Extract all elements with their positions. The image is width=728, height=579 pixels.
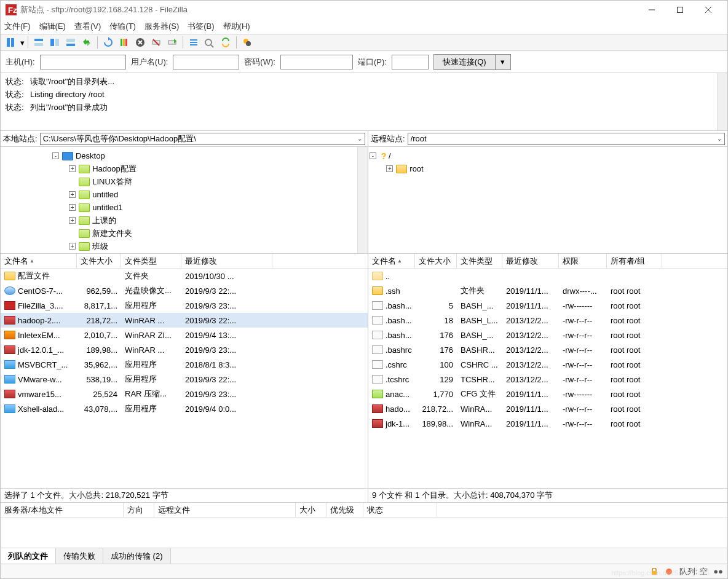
tree-node[interactable]: -Desktop — [2, 149, 366, 162]
list-row[interactable]: VMware-w... 538,19... 应用程序 2019/9/3 22:.… — [1, 372, 368, 387]
toggle-queue-icon[interactable] — [63, 35, 78, 50]
scrollbar[interactable] — [717, 73, 727, 130]
close-button[interactable] — [694, 1, 722, 19]
list-row[interactable]: FileZilla_3.... 8,817,1... 应用程序 2019/9/3… — [1, 298, 368, 313]
list-row[interactable]: hadoop-2.... 218,72... WinRAR ... 2019/9… — [1, 313, 368, 328]
user-input[interactable] — [173, 55, 239, 69]
list-row[interactable]: InletexEM... 2,010,7... WinRAR ZI... 201… — [1, 328, 368, 342]
chevron-down-icon[interactable]: ⌄ — [717, 135, 722, 142]
sync-icon[interactable] — [218, 35, 233, 50]
remote-tree[interactable]: -?/ +root — [368, 147, 727, 254]
filter-icon[interactable] — [186, 35, 201, 50]
list-row[interactable]: .cshrc 100 CSHRC ... 2013/12/2... -rw-r-… — [368, 357, 727, 372]
col-owner[interactable]: 所有者/组 — [607, 254, 662, 268]
list-row[interactable]: .bash... 18 BASH_L... 2013/12/2... -rw-r… — [368, 313, 727, 328]
list-row[interactable]: .. — [368, 269, 727, 283]
col-prio[interactable]: 优先级 — [326, 503, 363, 517]
col-size[interactable]: 文件大小 — [77, 254, 121, 268]
quickconnect-dropdown[interactable]: ▾ — [496, 55, 510, 69]
host-input[interactable] — [40, 55, 126, 69]
tree-node[interactable]: -?/ — [370, 149, 726, 162]
toggle-log-icon[interactable] — [31, 35, 46, 50]
reconnect-icon[interactable] — [165, 35, 180, 50]
sync-browse-icon[interactable] — [79, 35, 94, 50]
tree-toggle[interactable]: + — [386, 165, 393, 172]
col-status[interactable]: 状态 — [363, 503, 437, 517]
tree-toggle[interactable]: + — [69, 191, 76, 198]
tree-toggle[interactable]: - — [52, 152, 59, 159]
col-dir[interactable]: 方向 — [124, 503, 154, 517]
menu-bookmarks[interactable]: 书签(B) — [188, 21, 214, 32]
disconnect-icon[interactable] — [149, 35, 164, 50]
list-row[interactable]: jdk-12.0.1_... 189,98... WinRAR ... 2019… — [1, 342, 368, 357]
tree-toggle[interactable]: + — [69, 243, 76, 250]
col-filename[interactable]: 文件名▲ — [1, 254, 77, 268]
pass-input[interactable] — [280, 55, 353, 69]
list-row[interactable]: .tcshrc 129 TCSHR... 2013/12/2... -rw-r-… — [368, 372, 727, 387]
compare-icon[interactable] — [202, 35, 217, 50]
col-date[interactable]: 最近修改 — [502, 254, 559, 268]
sitemanager-icon[interactable] — [4, 35, 18, 50]
tab-failed[interactable]: 传输失败 — [56, 548, 103, 564]
tab-success[interactable]: 成功的传输 (2) — [103, 548, 171, 564]
minimize-button[interactable] — [638, 1, 666, 19]
tab-queued[interactable]: 列队的文件 — [1, 548, 56, 564]
list-row[interactable]: .ssh 文件夹 2019/11/1... drwx----... root r… — [368, 283, 727, 298]
local-list[interactable]: 文件名▲ 文件大小 文件类型 最近修改 配置文件 文件夹 2019/10/30 … — [1, 254, 368, 489]
tree-node[interactable]: 新建文件夹 — [2, 227, 366, 240]
list-row[interactable]: 配置文件 文件夹 2019/10/30 ... — [1, 269, 368, 283]
col-filename[interactable]: 文件名▲ — [368, 254, 415, 268]
menu-transfer[interactable]: 传输(T) — [109, 21, 136, 32]
list-row[interactable]: .bash... 176 BASH_... 2013/12/2... -rw-r… — [368, 328, 727, 342]
col-remote[interactable]: 远程文件 — [154, 503, 296, 517]
tree-toggle[interactable]: + — [69, 217, 76, 224]
search-icon[interactable] — [240, 35, 255, 50]
tree-node[interactable]: +Hadoop配置 — [2, 162, 366, 175]
tree-node[interactable]: +上课的 — [2, 214, 366, 227]
list-row[interactable]: anac... 1,770 CFG 文件 2019/11/1... -rw---… — [368, 387, 727, 401]
tree-toggle[interactable]: + — [69, 165, 76, 172]
toggle-tree-icon[interactable] — [47, 35, 62, 50]
chevron-down-icon[interactable]: ⌄ — [357, 135, 362, 142]
col-type[interactable]: 文件类型 — [121, 254, 181, 268]
list-row[interactable]: .bashrc 176 BASHR... 2013/12/2... -rw-r-… — [368, 342, 727, 357]
quickconnect-button[interactable]: 快速连接(Q) — [434, 55, 496, 69]
tree-toggle[interactable]: + — [69, 204, 76, 211]
tree-node[interactable]: +root — [370, 162, 726, 175]
list-row[interactable]: Xshell-alad... 43,078,... 应用程序 2019/9/4 … — [1, 401, 368, 416]
col-server[interactable]: 服务器/本地文件 — [1, 503, 124, 517]
sitemanager-dropdown[interactable]: ▾ — [19, 38, 25, 47]
list-row[interactable]: jdk-1... 189,98... WinRA... 2019/11/1...… — [368, 416, 727, 431]
scrollbar[interactable] — [357, 147, 368, 253]
list-row[interactable]: .bash... 5 BASH_... 2019/11/1... -rw----… — [368, 298, 727, 313]
cancel-icon[interactable] — [133, 35, 148, 50]
menu-view[interactable]: 查看(V) — [74, 21, 101, 32]
col-date[interactable]: 最近修改 — [181, 254, 272, 268]
tree-node[interactable]: +班级 — [2, 240, 366, 253]
menu-edit[interactable]: 编辑(E) — [39, 21, 66, 32]
local-tree[interactable]: -Desktop +Hadoop配置 LINUX答辩 +untitled +un… — [1, 147, 368, 254]
list-row[interactable]: vmware15... 25,524 RAR 压缩... 2019/9/3 23… — [1, 387, 368, 401]
remote-path-input[interactable]: /root ⌄ — [408, 133, 725, 145]
tree-toggle[interactable]: - — [370, 152, 376, 159]
list-row[interactable]: MSVBCRT_... 35,962,... 应用程序 2018/8/1 8:3… — [1, 357, 368, 372]
col-size[interactable]: 文件大小 — [415, 254, 457, 268]
col-size[interactable]: 大小 — [296, 503, 326, 517]
menu-server[interactable]: 服务器(S) — [144, 21, 179, 32]
tree-node[interactable]: +untitled — [2, 188, 366, 201]
local-path-input[interactable]: C:\Users\等风也等你\Desktop\Hadoop配置\ ⌄ — [40, 133, 365, 145]
menu-file[interactable]: 文件(F) — [4, 21, 31, 32]
col-perm[interactable]: 权限 — [559, 254, 607, 268]
col-type[interactable]: 文件类型 — [457, 254, 502, 268]
list-row[interactable]: hado... 218,72... WinRA... 2019/11/1... … — [368, 401, 727, 416]
refresh-icon[interactable] — [101, 35, 116, 50]
queue-body[interactable] — [1, 518, 727, 548]
list-row[interactable]: CentOS-7-... 962,59... 光盘映像文... 2019/9/3… — [1, 283, 368, 298]
tree-node[interactable]: +untitled1 — [2, 201, 366, 214]
tree-node[interactable]: LINUX答辩 — [2, 175, 366, 188]
port-input[interactable] — [392, 55, 429, 69]
maximize-button[interactable] — [666, 1, 694, 19]
menu-help[interactable]: 帮助(H) — [223, 21, 250, 32]
process-queue-icon[interactable] — [117, 35, 132, 50]
remote-list[interactable]: 文件名▲ 文件大小 文件类型 最近修改 权限 所有者/组 .. .ssh 文件夹… — [368, 254, 727, 489]
